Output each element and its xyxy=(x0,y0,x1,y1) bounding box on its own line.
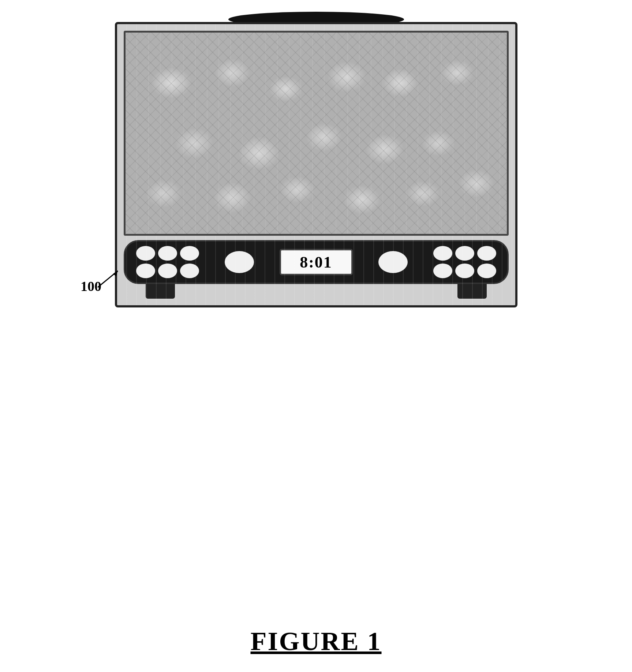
left-small-button-group xyxy=(136,246,199,278)
oven-foot-left xyxy=(146,284,175,299)
figure-label: FIGURE 1 xyxy=(250,627,381,656)
oven-window xyxy=(124,31,509,236)
oven-button-2[interactable] xyxy=(158,246,177,261)
oven-control-panel: 8:01 xyxy=(124,240,509,284)
oven-illustration: 8:01 xyxy=(115,22,517,307)
oven-button-12[interactable] xyxy=(477,264,496,278)
oven-button-9[interactable] xyxy=(477,246,496,261)
page: 8:01 xyxy=(0,0,632,672)
oven-button-1[interactable] xyxy=(136,246,155,261)
oven-time-display: 8:01 xyxy=(300,253,332,272)
reference-arrow xyxy=(94,267,123,289)
oven-display: 8:01 xyxy=(280,249,353,275)
oven-button-10[interactable] xyxy=(433,264,452,278)
svg-marker-1 xyxy=(113,271,118,276)
figure-caption: FIGURE 1 xyxy=(250,626,381,657)
right-small-button-group xyxy=(433,246,496,278)
oven-body: 8:01 xyxy=(115,22,517,307)
oven-button-6[interactable] xyxy=(180,264,199,278)
oven-window-hatch xyxy=(126,33,507,234)
oven-button-11[interactable] xyxy=(455,264,474,278)
reference-label: 100 xyxy=(81,278,101,294)
oven-button-7[interactable] xyxy=(433,246,452,261)
oven-button-large-right[interactable] xyxy=(378,251,408,273)
oven-feet xyxy=(124,284,509,299)
oven-foot-right xyxy=(457,284,487,299)
oven-button-8[interactable] xyxy=(455,246,474,261)
oven-button-large-left[interactable] xyxy=(225,251,254,273)
oven-button-4[interactable] xyxy=(136,264,155,278)
oven-button-5[interactable] xyxy=(158,264,177,278)
oven-button-3[interactable] xyxy=(180,246,199,261)
